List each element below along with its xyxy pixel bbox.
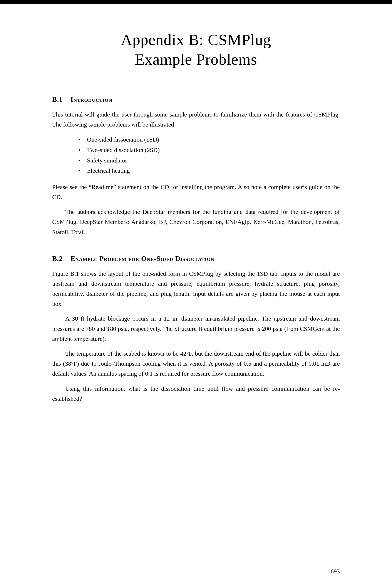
page: Appendix B: CSMPlug Example Problems B.1… [0,0,392,588]
content-area: Appendix B: CSMPlug Example Problems B.1… [0,4,392,426]
section-b1: B.1 Introduction This tutorial will guid… [52,95,340,237]
list-item: Two-sided dissociation (2SD) [78,145,340,155]
list-item: One-sided dissociation (1SD) [78,134,340,145]
list-item: Electrical heating [78,165,340,176]
bullet-list: One-sided dissociation (1SD) Two-sided d… [78,134,340,176]
section-b2-para3: The temperature of the seabed is known t… [52,349,340,379]
section-b1-para1: This tutorial will guide the user throug… [52,110,340,130]
section-b2-para1: Figure B.1 shows the layout of the one-s… [52,269,340,309]
section-b1-para3: The authors acknowledge the DeepStar mem… [52,207,340,237]
page-number: 693 [331,568,340,575]
list-item: Safety simulator [78,155,340,166]
title-block: Appendix B: CSMPlug Example Problems [52,30,340,69]
section-b2-heading: B.2 Example Problem for One-Sided Dissoc… [52,254,340,263]
section-b1-heading: B.1 Introduction [52,95,340,103]
main-title: Appendix B: CSMPlug Example Problems [52,30,340,69]
section-b2: B.2 Example Problem for One-Sided Dissoc… [52,254,340,404]
section-b2-para2: A 30 ft hydrate blockage occurs in a 12 … [52,314,340,344]
section-b1-para2: Please see the “Read me” statement on th… [52,182,340,202]
top-rule [0,0,392,4]
section-b2-para4: Using this information, what is the diss… [52,384,340,404]
